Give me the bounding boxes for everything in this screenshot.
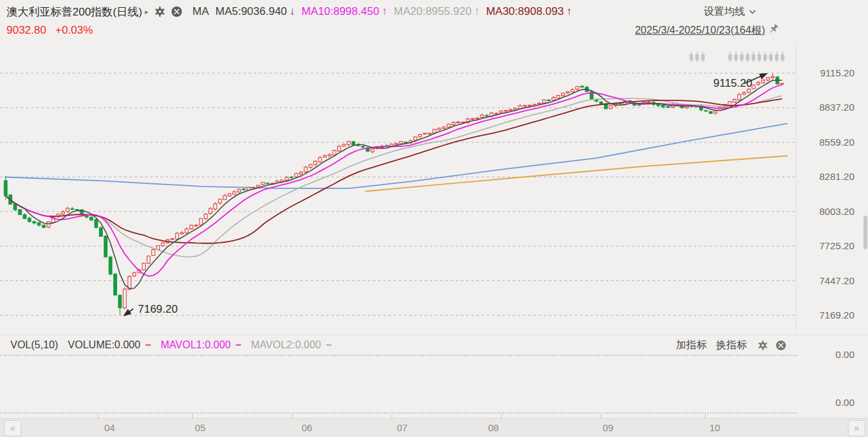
month-tick — [501, 414, 502, 419]
month-tick — [292, 414, 293, 419]
scroll-left-button[interactable]: « — [4, 420, 21, 436]
ma5-direction-arrow: ↓ — [289, 5, 295, 17]
price-axis-label: 8837.20 — [819, 102, 854, 113]
gear-icon — [154, 6, 166, 17]
ma30-direction-arrow: ↑ — [566, 5, 572, 17]
gridlines — [0, 45, 796, 333]
month-tick — [601, 414, 601, 419]
chart-header: 澳大利亚标普200指数(日线) ▸ MA MA5:9036.940↓ MA10:… — [6, 4, 862, 19]
price-axis-label: 7725.20 — [819, 240, 854, 251]
price-axis-label: 7447.20 — [819, 275, 854, 286]
price-axis-label: 8559.20 — [819, 137, 854, 148]
month-label: 05 — [195, 422, 206, 433]
volume-zero-line-top — [0, 355, 797, 356]
ma30-value: MA30:8908.093↑ — [486, 5, 572, 18]
main-chart[interactable]: 9115.207169.20 — [0, 39, 796, 333]
mavol1-legend-dash: − — [235, 339, 241, 350]
volume-header: VOL(5,10) VOLUME:0.000− MAVOL1:0.000− MA… — [0, 335, 868, 355]
chevron-down-icon — [749, 10, 756, 14]
scroll-right-button[interactable]: » — [848, 420, 865, 436]
svg-text:9115.20: 9115.20 — [713, 77, 752, 89]
ma-settings-gear-button[interactable] — [153, 5, 166, 18]
ma20-value: MA20:8955.920↑ — [394, 5, 480, 18]
trading-chart-app: 澳大利亚标普200指数(日线) ▸ MA MA5:9036.940↓ MA10:… — [0, 0, 868, 437]
volume-value: VOLUME:0.000− — [68, 339, 151, 351]
index-title[interactable]: 澳大利亚标普200指数(日线) — [6, 5, 142, 19]
volume-axis-label: 0.00 — [836, 397, 854, 408]
month-tick — [392, 414, 392, 419]
set-ma-lines-button[interactable]: 设置均线 — [704, 5, 756, 19]
time-axis: « 04050607080910 » — [0, 418, 868, 437]
gear-icon — [757, 340, 768, 351]
month-tick — [98, 414, 98, 419]
change-percent-value: +0.03% — [55, 24, 93, 37]
pin-button[interactable] — [768, 23, 779, 38]
svg-text:7169.20: 7169.20 — [138, 303, 177, 315]
chart-annotations: 9115.207169.20 — [124, 74, 766, 315]
switch-indicator-button[interactable]: 换指标 — [716, 339, 747, 352]
month-label: 08 — [488, 422, 499, 433]
title-expand-icon[interactable]: ▸ — [145, 8, 149, 16]
mavol2-legend-dash: − — [326, 339, 331, 350]
ma10-value: MA10:8998.450↑ — [302, 5, 388, 18]
ma20-direction-arrow: ↑ — [474, 5, 480, 17]
close-icon — [171, 6, 183, 17]
vol-indicator-label: VOL(5,10) — [10, 339, 58, 351]
date-range-link[interactable]: 2025/3/4-2025/10/23(164根) — [635, 24, 765, 38]
ma-group-label: MA — [192, 5, 209, 18]
volume-zero-line-bottom — [0, 412, 797, 414]
add-indicator-button[interactable]: 加指标 — [676, 339, 707, 352]
long-ma-lines — [5, 124, 787, 192]
month-label: 07 — [397, 422, 408, 433]
pin-icon — [768, 23, 779, 35]
candlesticks — [4, 73, 783, 315]
ma10-direction-arrow: ↑ — [382, 5, 388, 17]
vol-close-button[interactable] — [774, 339, 787, 352]
month-label: 09 — [603, 422, 614, 433]
ma5-value: MA5:9036.940↓ — [216, 5, 295, 18]
ma-lines — [6, 80, 783, 289]
price-axis-label: 9115.20 — [820, 67, 854, 78]
ma-close-button[interactable] — [170, 5, 183, 18]
price-row: 9032.80 +0.03% 2025/3/4-2025/10/23(164根) — [6, 23, 862, 38]
price-axis-label: 7169.20 — [819, 309, 854, 320]
month-tick — [705, 414, 706, 419]
volume-legend-dash: − — [145, 339, 151, 350]
month-label: 10 — [709, 422, 720, 433]
mavol1-value: MAVOL1:0.000− — [161, 339, 241, 351]
vol-settings-gear-button[interactable] — [756, 339, 769, 352]
vertical-scrollbar-thumb[interactable] — [863, 216, 867, 249]
close-icon — [775, 340, 786, 351]
price-axis-label: 8003.20 — [819, 206, 854, 217]
month-label: 04 — [104, 422, 115, 433]
price-axis-label: 8281.20 — [819, 171, 854, 182]
price-axis: 9115.208837.208559.208281.208003.207725.… — [796, 39, 863, 333]
month-tick — [192, 414, 193, 419]
month-label: 06 — [302, 422, 313, 433]
gray-candles-decoration — [689, 52, 784, 62]
volume-axis-label: 0.00 — [836, 349, 854, 360]
last-price-value: 9032.80 — [6, 24, 46, 37]
mavol2-value: MAVOL2:0.000− — [251, 339, 332, 351]
